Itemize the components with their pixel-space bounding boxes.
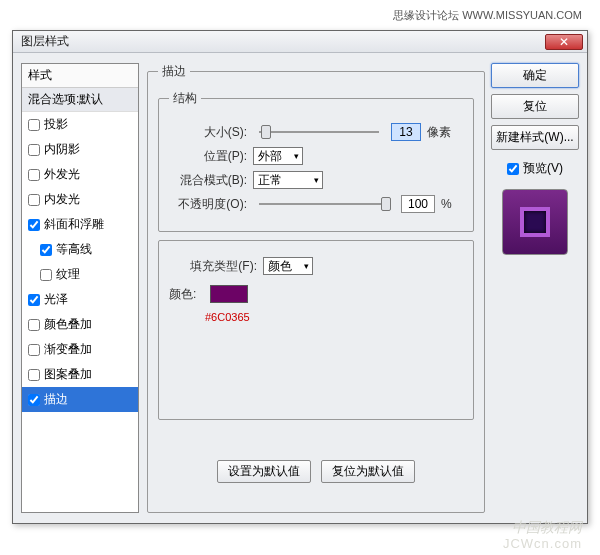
styles-header[interactable]: 样式 — [22, 64, 138, 88]
close-icon: ✕ — [559, 35, 569, 49]
style-item-0[interactable]: 投影 — [22, 112, 138, 137]
color-swatch[interactable] — [210, 285, 248, 303]
style-item-4[interactable]: 斜面和浮雕 — [22, 212, 138, 237]
size-label: 大小(S): — [169, 124, 247, 141]
style-item-label: 等高线 — [56, 241, 92, 258]
new-style-button[interactable]: 新建样式(W)... — [491, 125, 579, 150]
blendmode-label: 混合模式(B): — [169, 172, 247, 189]
style-checkbox[interactable] — [28, 369, 40, 381]
ok-button[interactable]: 确定 — [491, 63, 579, 88]
close-button[interactable]: ✕ — [545, 34, 583, 50]
style-item-6[interactable]: 纹理 — [22, 262, 138, 287]
style-item-9[interactable]: 渐变叠加 — [22, 337, 138, 362]
watermark-url: JCWcn.com — [503, 536, 582, 551]
style-checkbox[interactable] — [40, 244, 52, 256]
style-item-label: 内发光 — [44, 191, 80, 208]
style-item-5[interactable]: 等高线 — [22, 237, 138, 262]
style-checkbox[interactable] — [28, 319, 40, 331]
preview-label: 预览(V) — [523, 160, 563, 177]
cancel-button[interactable]: 复位 — [491, 94, 579, 119]
style-item-label: 斜面和浮雕 — [44, 216, 104, 233]
style-item-label: 光泽 — [44, 291, 68, 308]
style-item-3[interactable]: 内发光 — [22, 187, 138, 212]
style-item-label: 图案叠加 — [44, 366, 92, 383]
set-default-button[interactable]: 设置为默认值 — [217, 460, 311, 483]
stroke-panel: 描边 结构 大小(S): 像素 位置(P): 外部 混合模式(B): — [147, 63, 485, 513]
filltype-select[interactable]: 颜色 — [263, 257, 313, 275]
stroke-legend: 描边 — [158, 63, 190, 80]
style-checkbox[interactable] — [40, 269, 52, 281]
filltype-label: 填充类型(F): — [169, 258, 257, 275]
opacity-input[interactable] — [401, 195, 435, 213]
style-checkbox[interactable] — [28, 344, 40, 356]
position-label: 位置(P): — [169, 148, 247, 165]
opacity-label: 不透明度(O): — [169, 196, 247, 213]
style-item-label: 投影 — [44, 116, 68, 133]
styles-list: 样式 混合选项:默认 投影内阴影外发光内发光斜面和浮雕等高线纹理光泽颜色叠加渐变… — [21, 63, 139, 513]
style-item-7[interactable]: 光泽 — [22, 287, 138, 312]
size-input[interactable] — [391, 123, 421, 141]
style-item-11[interactable]: 描边 — [22, 387, 138, 412]
preview-checkbox[interactable] — [507, 163, 519, 175]
opacity-slider[interactable] — [259, 203, 389, 205]
structure-legend: 结构 — [169, 90, 201, 107]
layer-style-dialog: 图层样式 ✕ 样式 混合选项:默认 投影内阴影外发光内发光斜面和浮雕等高线纹理光… — [12, 30, 588, 524]
size-slider[interactable] — [259, 131, 379, 133]
style-item-label: 描边 — [44, 391, 68, 408]
style-item-label: 外发光 — [44, 166, 80, 183]
style-item-label: 渐变叠加 — [44, 341, 92, 358]
style-checkbox[interactable] — [28, 194, 40, 206]
color-hex: #6C0365 — [205, 311, 463, 323]
dialog-title: 图层样式 — [21, 33, 69, 50]
style-item-10[interactable]: 图案叠加 — [22, 362, 138, 387]
preview-inner — [520, 207, 550, 237]
style-checkbox[interactable] — [28, 119, 40, 131]
slider-handle[interactable] — [381, 197, 391, 211]
blendmode-select[interactable]: 正常 — [253, 171, 323, 189]
site-caption: 思缘设计论坛 WWW.MISSYUAN.COM — [393, 8, 582, 23]
slider-handle[interactable] — [261, 125, 271, 139]
color-label: 颜色: — [169, 286, 196, 303]
style-item-label: 颜色叠加 — [44, 316, 92, 333]
reset-default-button[interactable]: 复位为默认值 — [321, 460, 415, 483]
style-checkbox[interactable] — [28, 294, 40, 306]
size-unit: 像素 — [427, 124, 451, 141]
style-item-label: 纹理 — [56, 266, 80, 283]
preview-thumbnail — [502, 189, 568, 255]
right-panel: 确定 复位 新建样式(W)... 预览(V) — [491, 63, 579, 255]
style-item-2[interactable]: 外发光 — [22, 162, 138, 187]
titlebar: 图层样式 ✕ — [13, 31, 587, 53]
style-item-1[interactable]: 内阴影 — [22, 137, 138, 162]
style-checkbox[interactable] — [28, 144, 40, 156]
position-select[interactable]: 外部 — [253, 147, 303, 165]
style-checkbox[interactable] — [28, 219, 40, 231]
style-checkbox[interactable] — [28, 394, 40, 406]
style-checkbox[interactable] — [28, 169, 40, 181]
blend-options-row[interactable]: 混合选项:默认 — [22, 88, 138, 112]
style-item-label: 内阴影 — [44, 141, 80, 158]
style-item-8[interactable]: 颜色叠加 — [22, 312, 138, 337]
opacity-unit: % — [441, 197, 452, 211]
